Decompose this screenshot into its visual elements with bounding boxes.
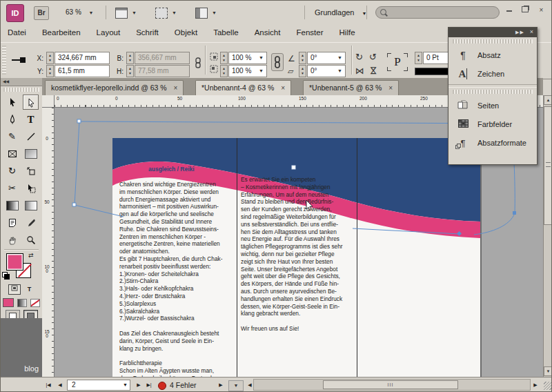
width-field[interactable]: 356,667 mm (135, 52, 190, 64)
tab-unbenannt-5[interactable]: *Unbenannt-5 @ 63 % × (303, 80, 399, 95)
fit-frame-icon[interactable] (209, 64, 219, 75)
panel-item-absatzformate[interactable]: ¶ Absatzformate (448, 133, 537, 152)
tab-kosmetikflyer[interactable]: kosmetikflyer-leporello.indd @ 63 % × (45, 80, 184, 95)
menu-objekt[interactable]: Objekt (168, 24, 204, 40)
height-stepper[interactable]: ▲▼ (126, 65, 134, 77)
close-icon[interactable]: × (530, 28, 534, 35)
width-stepper[interactable]: ▲▼ (126, 52, 134, 64)
view-options-button[interactable]: ▼ (115, 6, 139, 19)
panel-item-seiten[interactable]: Seiten (448, 96, 537, 115)
scissors-tool[interactable]: ✂ (4, 181, 20, 196)
x-stepper[interactable]: ▲▼ (46, 52, 54, 64)
close-icon[interactable]: × (388, 84, 393, 92)
scale-y-field[interactable]: 100 %▼ (228, 65, 267, 77)
scale-tool[interactable] (23, 164, 39, 179)
direct-selection-tool[interactable] (23, 95, 39, 110)
panel-item-farbfelder[interactable]: Farbfelder (448, 115, 537, 133)
shear-stepper[interactable]: ▲▼ (299, 65, 306, 77)
menu-fenster[interactable]: Fenster (289, 24, 330, 40)
ruler-origin-box[interactable] (42, 95, 55, 108)
constrain-dimensions-icon[interactable] (194, 57, 202, 70)
screen-mode-button[interactable]: ▼ (155, 6, 179, 19)
pencil-tool[interactable]: ✎ (4, 129, 20, 144)
eyedropper-tool[interactable] (23, 215, 39, 231)
line-tool[interactable] (23, 129, 39, 144)
menu-layout[interactable]: Layout (90, 24, 128, 40)
stroke-weight-stepper[interactable]: ▲▼ (415, 52, 422, 64)
apply-none-button[interactable] (30, 299, 40, 307)
scale-y-stepper[interactable]: ▲▼ (220, 65, 228, 77)
panel-gripper[interactable] (453, 90, 533, 94)
window-resize-grip[interactable] (544, 382, 552, 390)
menu-datei[interactable]: Datei (1, 24, 33, 40)
text-frame-column-2[interactable]: Es erwartet Sie ein kompeten – Kosmetike… (241, 176, 357, 333)
zoom-level-dropdown[interactable]: 63 % ▼ (61, 6, 104, 19)
swap-fill-stroke-icon[interactable]: ⇄ (28, 252, 34, 259)
last-page-button[interactable]: ▶| (144, 380, 154, 390)
page-number-field[interactable]: 2 ▼ (67, 380, 130, 391)
position-tool[interactable] (23, 181, 39, 196)
apply-color-button[interactable] (3, 298, 14, 307)
document-page[interactable]: ausgleich / Reiki Chakren sind wichtige … (112, 138, 480, 377)
pen-tool[interactable] (4, 112, 20, 127)
menu-bearbeiten[interactable]: Bearbeiten (35, 24, 88, 40)
minimize-button[interactable] (504, 6, 515, 16)
text-frame-column-1[interactable]: Chakren sind wichtige Energiezentren im … (119, 181, 235, 377)
gradient-tool[interactable] (4, 198, 20, 213)
vertical-scrollbar[interactable]: ▲ ▼ (543, 95, 552, 377)
formatting-affects-container-button[interactable] (8, 284, 21, 295)
scroll-up-icon[interactable]: ▲ (544, 95, 552, 105)
panel-item-absatz[interactable]: ¶ Absatz (448, 46, 537, 64)
fit-content-icon[interactable] (209, 52, 219, 63)
type-tool[interactable]: T (23, 112, 39, 127)
arrange-documents-button[interactable]: ▼ (195, 6, 219, 19)
close-icon[interactable]: × (281, 84, 285, 92)
shear-field[interactable]: 0°▼ (307, 65, 346, 77)
close-button[interactable]: × (535, 6, 547, 16)
workspace-switcher[interactable]: Grundlagen ▼ (315, 6, 367, 19)
tools-panel-collapse-button[interactable]: ◀◀ (1, 78, 42, 86)
panel-gripper[interactable] (3, 88, 39, 92)
flip-vertical-icon[interactable]: ⋈ (368, 66, 379, 75)
tab-unbenannt-4[interactable]: *Unbenannt-4 @ 63 % × (195, 80, 291, 95)
menu-schrift[interactable]: Schrift (129, 24, 166, 40)
y-stepper[interactable]: ▲▼ (46, 65, 54, 77)
rotate-cw-icon[interactable]: ↻ (355, 52, 363, 62)
frame-tool[interactable] (4, 146, 20, 161)
x-field[interactable]: 324,667 mm (55, 52, 110, 64)
next-page-button[interactable]: ▶ (135, 380, 143, 390)
search-input[interactable] (375, 6, 500, 19)
note-tool[interactable] (4, 215, 20, 231)
scroll-right-icon[interactable]: ▶ (532, 380, 539, 390)
vertical-scroll-thumb[interactable] (544, 106, 552, 225)
reference-point-proxy[interactable] (12, 57, 27, 63)
bridge-button[interactable]: Br (34, 6, 49, 20)
hand-tool[interactable] (4, 233, 20, 248)
panel-gripper[interactable] (2, 46, 6, 75)
selection-tool[interactable] (4, 95, 20, 110)
rotate-tool[interactable]: ↻ (4, 164, 20, 179)
menu-ansicht[interactable]: Ansicht (248, 24, 288, 40)
default-fill-stroke-icon[interactable] (2, 272, 9, 279)
scale-x-field[interactable]: 100 %▼ (228, 52, 267, 64)
apply-gradient-button[interactable] (17, 299, 27, 307)
scroll-left-icon[interactable]: ◀ (246, 380, 253, 390)
scale-x-stepper[interactable]: ▲▼ (220, 52, 228, 64)
expand-panels-icon[interactable]: ▶▶ (515, 30, 524, 35)
horizontal-scroll-thumb[interactable]: III (323, 380, 458, 389)
formatting-affects-text-button[interactable]: T (24, 285, 35, 294)
preflight-next-icon[interactable]: ▶ (217, 380, 224, 390)
rotation-stepper[interactable]: ▲▼ (299, 52, 306, 64)
rotate-ccw-icon[interactable]: ↺ (369, 52, 377, 62)
scroll-down-icon[interactable]: ▼ (544, 366, 552, 376)
constrain-scale-link-button[interactable] (271, 53, 284, 71)
panel-gripper[interactable] (453, 39, 533, 43)
close-icon[interactable]: × (174, 84, 178, 92)
zoom-tool[interactable] (23, 233, 39, 248)
flip-horizontal-icon[interactable]: ⋈ (355, 66, 364, 76)
rotation-field[interactable]: 0°▼ (307, 52, 346, 64)
panel-item-zeichen[interactable]: A Zeichen (448, 64, 537, 83)
select-container-icon[interactable]: P (388, 54, 406, 70)
preflight-menu-button[interactable]: ▼ (228, 380, 244, 391)
vertical-ruler[interactable]: 0 50 100 150 (42, 108, 55, 377)
